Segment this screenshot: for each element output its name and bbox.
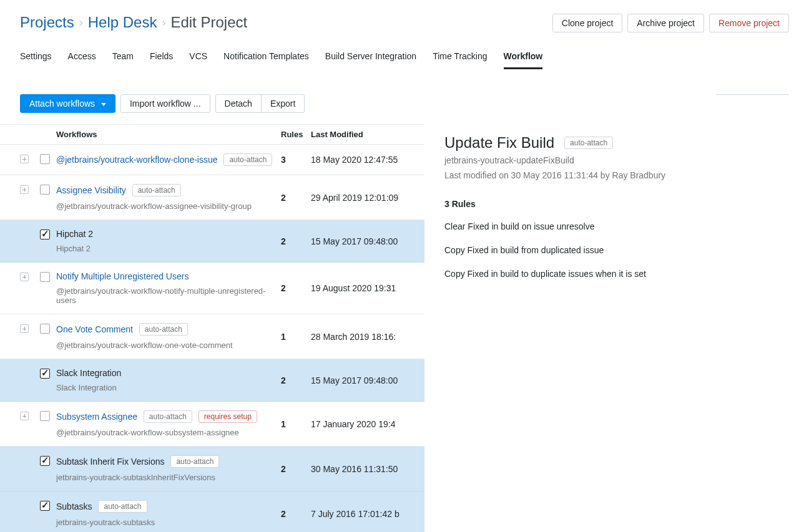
workflow-package: jetbrains-youtrack-subtaskInheritFixVers… (56, 473, 281, 482)
checkbox[interactable] (40, 154, 50, 164)
rules-count: 3 (281, 155, 311, 165)
auto-attach-badge: auto-attach (170, 455, 219, 468)
breadcrumb: Projects › Help Desk › Edit Project (20, 14, 247, 31)
auto-attach-badge: auto-attach (132, 184, 181, 196)
workflow-name[interactable]: Subtasks (56, 501, 92, 511)
remove-project-button[interactable]: Remove project (709, 14, 789, 32)
tab-access[interactable]: Access (68, 51, 96, 69)
tab-vcs[interactable]: VCS (189, 51, 207, 69)
details-rules-heading: 3 Rules (444, 199, 789, 209)
attach-workflows-label: Attach workflows (29, 99, 95, 109)
rule-item[interactable]: Copy Fixed in build from duplicated issu… (444, 245, 789, 255)
expand-icon[interactable] (20, 185, 29, 194)
tab-build-server-integration[interactable]: Build Server Integration (325, 51, 416, 69)
export-button[interactable]: Export (261, 94, 305, 113)
import-workflow-button[interactable]: Import workflow ... (120, 94, 210, 113)
workflow-name[interactable]: @jetbrains/youtrack-workflow-clone-issue (56, 155, 218, 165)
tab-notification-templates[interactable]: Notification Templates (223, 51, 309, 69)
checkbox[interactable] (40, 411, 50, 421)
column-header-rules[interactable]: Rules (281, 130, 311, 139)
workflow-package: Slack Integration (56, 383, 281, 392)
workflow-name[interactable]: Hipchat 2 (56, 229, 93, 239)
expand-icon[interactable] (20, 412, 29, 420)
workflow-name[interactable]: Subsystem Assignee (56, 412, 137, 422)
tab-time-tracking[interactable]: Time Tracking (433, 51, 487, 69)
breadcrumb-current: Edit Project (170, 14, 247, 31)
checkbox[interactable] (40, 369, 50, 379)
workflow-package: @jetbrains/youtrack-workflow-notify-mult… (56, 286, 281, 305)
breadcrumb-helpdesk[interactable]: Help Desk (88, 14, 157, 31)
details-panel: Update Fix Build auto-attach jetbrains-y… (424, 95, 809, 532)
archive-project-button[interactable]: Archive project (627, 14, 704, 32)
workflow-package: @jetbrains/youtrack-workflow-subsystem-a… (56, 428, 281, 437)
details-title: Update Fix Build (444, 134, 554, 152)
checkbox[interactable] (40, 324, 50, 334)
auto-attach-badge: auto-attach (139, 323, 188, 336)
tab-team[interactable]: Team (112, 51, 134, 69)
chevron-down-icon (101, 103, 106, 106)
rules-count: 1 (281, 419, 311, 429)
clone-project-button[interactable]: Clone project (552, 14, 623, 32)
tab-fields[interactable]: Fields (150, 51, 173, 69)
auto-attach-badge: auto-attach (98, 500, 147, 513)
rules-count: 2 (281, 375, 311, 385)
checkbox[interactable] (40, 272, 50, 282)
checkbox[interactable] (40, 456, 50, 466)
expand-icon[interactable] (20, 273, 29, 281)
expand-icon[interactable] (20, 324, 29, 333)
chevron-right-icon: › (79, 16, 83, 29)
rules-count: 2 (281, 509, 311, 519)
workflow-package: @jetbrains/youtrack-workflow-one-vote-co… (56, 341, 281, 350)
rules-count: 1 (281, 332, 311, 342)
workflow-name[interactable]: Notify Multiple Unregistered Users (56, 271, 189, 281)
breadcrumb-projects[interactable]: Projects (20, 14, 74, 31)
checkbox[interactable] (40, 501, 50, 511)
details-last-modified: Last modified on 30 May 2016 11:31:44 by… (444, 170, 789, 180)
tab-settings[interactable]: Settings (20, 51, 52, 69)
column-header-workflows[interactable]: Workflows (56, 130, 281, 139)
workflow-package: @jetbrains/youtrack-workflow-assignee-vi… (56, 201, 281, 211)
rule-item[interactable]: Copy Fixed in build to duplicate issues … (444, 269, 789, 279)
chevron-right-icon: › (162, 16, 165, 29)
workflow-package: jetbrains-youtrack-subtasks (56, 518, 281, 527)
auto-attach-badge: auto-attach (564, 137, 613, 149)
rules-count: 2 (281, 464, 311, 474)
detach-button[interactable]: Detach (215, 94, 262, 113)
workflow-name[interactable]: Subtask Inherit Fix Versions (56, 457, 165, 467)
workflow-name[interactable]: One Vote Comment (56, 324, 133, 334)
attach-workflows-button[interactable]: Attach workflows (20, 94, 115, 113)
rule-item[interactable]: Clear Fixed in build on issue unresolve (444, 221, 789, 231)
auto-attach-badge: auto-attach (144, 410, 192, 423)
rules-count: 2 (281, 193, 311, 203)
checkbox[interactable] (40, 230, 50, 239)
workflow-name[interactable]: Slack Integration (56, 368, 121, 378)
checkbox[interactable] (40, 185, 50, 195)
workflow-package: Hipchat 2 (56, 244, 281, 253)
tab-workflow[interactable]: Workflow (504, 51, 543, 69)
details-package: jetbrains-youtrack-updateFixBuild (444, 155, 789, 165)
rules-count: 2 (281, 236, 311, 246)
expand-icon[interactable] (20, 155, 29, 163)
rules-count: 2 (281, 283, 311, 293)
auto-attach-badge: auto-attach (223, 153, 272, 166)
requires-setup-badge: requires setup (199, 410, 257, 423)
workflow-name[interactable]: Assignee Visibility (56, 185, 126, 195)
